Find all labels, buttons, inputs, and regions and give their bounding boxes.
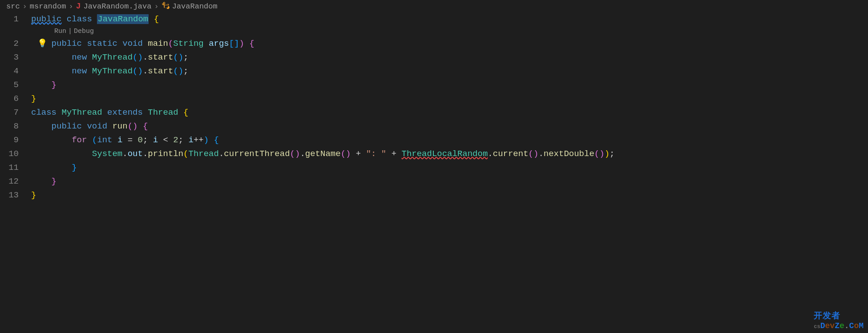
watermark-text-top: 开发者 — [814, 310, 864, 321]
chevron-right-icon: › — [154, 2, 158, 11]
line-number: 1 — [0, 12, 19, 26]
line-number: 13 — [0, 189, 19, 202]
watermark-text-bottom: csDevZe.CoM — [814, 321, 864, 330]
breadcrumb-item-file[interactable]: J JavaRandom.java — [76, 2, 152, 11]
line-number: 4 — [0, 64, 19, 78]
code-line-5[interactable]: } — [31, 78, 868, 92]
line-number: 7 — [0, 106, 19, 120]
line-number: 10 — [0, 147, 19, 161]
line-number: 3 — [0, 51, 19, 64]
codelens-run[interactable]: Run — [54, 28, 66, 35]
line-number: 6 — [0, 92, 19, 106]
code-line-1[interactable]: public class JavaRandom { — [31, 12, 868, 26]
code-area[interactable]: public class JavaRandom { Run|Debug 💡 pu… — [31, 12, 868, 202]
code-line-4[interactable]: new MyThread().start(); — [31, 64, 868, 78]
breadcrumb-item-symbol[interactable]: JavaRandom — [161, 1, 218, 12]
line-number: 12 — [0, 175, 19, 189]
line-number: 5 — [0, 78, 19, 92]
code-line-3[interactable]: new MyThread().start(); — [31, 51, 868, 64]
code-line-6[interactable]: } — [31, 92, 868, 106]
code-line-2[interactable]: 💡 public static void main(String args[])… — [31, 37, 868, 51]
breadcrumb-symbol-label: JavaRandom — [172, 2, 218, 11]
code-line-11[interactable]: } — [31, 161, 868, 175]
chevron-right-icon: › — [23, 2, 27, 11]
code-editor[interactable]: 1 2 3 4 5 6 7 8 9 10 11 12 13 public cla… — [0, 12, 868, 202]
class-symbol-icon — [161, 1, 170, 12]
code-line-13[interactable]: } — [31, 189, 868, 202]
watermark: 开发者 csDevZe.CoM — [814, 310, 864, 330]
breadcrumb-item-msrandom[interactable]: msrandom — [30, 2, 66, 11]
line-number: 2 — [0, 37, 19, 51]
codelens-debug[interactable]: Debug — [74, 28, 94, 35]
line-number: 11 — [0, 161, 19, 175]
chevron-right-icon: › — [69, 2, 73, 11]
breadcrumb: src › msrandom › J JavaRandom.java › Jav… — [0, 0, 868, 12]
code-line-9[interactable]: for (int i = 0; i < 2; i++) { — [31, 133, 868, 147]
codelens: Run|Debug — [31, 26, 868, 37]
lightbulb-icon[interactable]: 💡 — [37, 37, 47, 51]
breadcrumb-file-label: JavaRandom.java — [83, 2, 151, 11]
code-line-12[interactable]: } — [31, 175, 868, 189]
line-number-gutter: 1 2 3 4 5 6 7 8 9 10 11 12 13 — [0, 12, 31, 202]
line-number: 8 — [0, 120, 19, 133]
code-line-7[interactable]: class MyThread extends Thread { — [31, 106, 868, 120]
code-line-8[interactable]: public void run() { — [31, 120, 868, 133]
code-line-10[interactable]: System.out.println(Thread.currentThread(… — [31, 147, 868, 161]
java-file-icon: J — [76, 2, 81, 11]
breadcrumb-item-src[interactable]: src — [6, 2, 20, 11]
line-number: 9 — [0, 133, 19, 147]
